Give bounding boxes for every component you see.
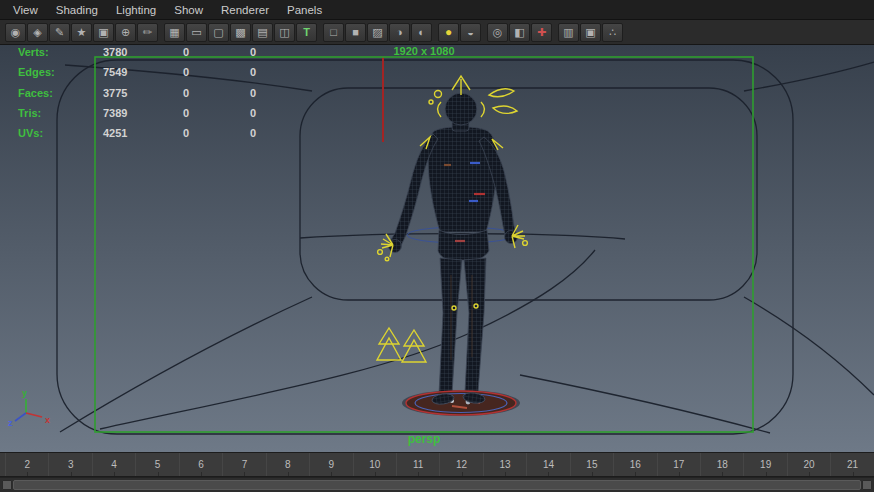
pan-zoom-icon[interactable]: ⊕ (115, 23, 136, 42)
hud-label-edges: Edges: (18, 66, 103, 86)
frame-label[interactable]: 6 (179, 453, 222, 476)
safe-action-icon[interactable]: ◫ (274, 23, 295, 42)
base-ring-control[interactable] (402, 390, 520, 416)
hud-value: 0 (250, 107, 290, 127)
time-slider[interactable]: 2 3 4 5 6 7 8 9 10 11 12 13 14 15 16 17 … (0, 452, 874, 477)
range-slider-bar[interactable] (13, 480, 861, 490)
lock-camera-icon[interactable]: ◈ (27, 23, 48, 42)
camera-tools-group: ◉ ◈ ✎ ★ ▣ ⊕ ✏ (5, 23, 158, 42)
frame-label[interactable]: 2 (5, 453, 48, 476)
panel-menu-bar: View Shading Lighting Show Renderer Pane… (0, 0, 874, 20)
frame-label[interactable]: 13 (483, 453, 526, 476)
gate-mask-icon[interactable]: ▩ (230, 23, 251, 42)
image-plane-icon[interactable]: ▣ (93, 23, 114, 42)
hud-value: 3780 (103, 46, 183, 66)
menu-renderer[interactable]: Renderer (212, 2, 278, 18)
smooth-shade-icon[interactable]: ■ (345, 23, 366, 42)
poly-count-hud: Verts: 3780 0 0 Edges: 7549 0 0 Faces: 3… (18, 46, 290, 147)
frame-label[interactable]: 10 (353, 453, 396, 476)
scene-assembly-icon[interactable]: ▣ (580, 23, 601, 42)
frame-label[interactable]: 5 (135, 453, 178, 476)
frame-label[interactable]: 18 (700, 453, 743, 476)
hud-value: 7389 (103, 107, 183, 127)
hud-value: 0 (250, 87, 290, 107)
safe-title-icon[interactable]: T (296, 23, 317, 42)
hud-value: 7549 (103, 66, 183, 86)
frame-label[interactable]: 20 (787, 453, 830, 476)
range-end-handle[interactable] (862, 480, 872, 490)
textured-icon[interactable]: ▨ (367, 23, 388, 42)
menu-show[interactable]: Show (165, 2, 212, 18)
hud-value: 0 (183, 87, 250, 107)
hud-value: 0 (183, 66, 250, 86)
exposure-icon[interactable]: ● (438, 23, 459, 42)
frame-label[interactable]: 11 (396, 453, 439, 476)
resolution-gate-icon[interactable]: ▢ (208, 23, 229, 42)
range-slider[interactable] (0, 478, 874, 492)
hud-label-verts: Verts: (18, 46, 103, 66)
hud-value: 0 (250, 66, 290, 86)
isolate-tools-group: ◎ ◧ ✚ (487, 23, 552, 42)
frame-label[interactable]: 7 (222, 453, 265, 476)
grid-icon[interactable]: ▦ (164, 23, 185, 42)
hud-value: 0 (183, 127, 250, 147)
frame-label[interactable]: 17 (657, 453, 700, 476)
hud-label-faces: Faces: (18, 87, 103, 107)
shading-tools-group: □ ■ ▨ ◑ ◐ (323, 23, 432, 42)
gamma-icon[interactable]: ◒ (460, 23, 481, 42)
hud-value: 0 (183, 107, 250, 127)
character-mesh[interactable] (389, 93, 521, 416)
frame-label[interactable]: 16 (613, 453, 656, 476)
frame-label[interactable]: 8 (266, 453, 309, 476)
panel-toolbar: ◉ ◈ ✎ ★ ▣ ⊕ ✏ ▦ ▭ ▢ ▩ ▤ ◫ T □ ■ ▨ ◑ ◐ ● … (0, 20, 874, 45)
field-chart-icon[interactable]: ▤ (252, 23, 273, 42)
axis-x-label: x (45, 415, 50, 425)
menu-panels[interactable]: Panels (278, 2, 331, 18)
frame-label[interactable]: 9 (309, 453, 352, 476)
frame-label[interactable]: 21 (830, 453, 873, 476)
wireframe-icon[interactable]: □ (323, 23, 344, 42)
xray-icon[interactable]: ◧ (509, 23, 530, 42)
hud-value: 0 (250, 46, 290, 66)
frame-label[interactable]: 19 (743, 453, 786, 476)
share-network-icon[interactable]: ∴ (602, 23, 623, 42)
lighting-icon[interactable]: ◑ (389, 23, 410, 42)
perspective-viewport[interactable]: y z x 1920 x 1080 Verts: 3780 0 0 Edges:… (0, 45, 874, 452)
joint-xray-icon[interactable]: ✚ (531, 23, 552, 42)
gate-tools-group: ▦ ▭ ▢ ▩ ▤ ◫ T (164, 23, 317, 42)
axis-gizmo[interactable]: y z x (8, 388, 50, 428)
grease-pencil-icon[interactable]: ✏ (137, 23, 158, 42)
frame-label[interactable]: 15 (570, 453, 613, 476)
hud-value: 3775 (103, 87, 183, 107)
hud-value: 4251 (103, 127, 183, 147)
range-start-handle[interactable] (2, 480, 12, 490)
camera-name-label: persp (95, 432, 753, 446)
frame-label[interactable]: 4 (92, 453, 135, 476)
shadows-icon[interactable]: ◐ (411, 23, 432, 42)
isolate-select-icon[interactable]: ◎ (487, 23, 508, 42)
hud-label-uvs: UVs: (18, 127, 103, 147)
exposure-tools-group: ● ◒ (438, 23, 481, 42)
film-gate-icon[interactable]: ▭ (186, 23, 207, 42)
plugin-icon[interactable]: ▥ (558, 23, 579, 42)
hud-label-tris: Tris: (18, 107, 103, 127)
frame-label[interactable]: 14 (526, 453, 569, 476)
menu-lighting[interactable]: Lighting (107, 2, 165, 18)
axis-y-label: y (22, 388, 27, 398)
axis-z-label: z (8, 418, 13, 428)
hud-value: 0 (183, 46, 250, 66)
frame-label[interactable]: 12 (439, 453, 482, 476)
select-camera-icon[interactable]: ◉ (5, 23, 26, 42)
misc-tools-group: ▥ ▣ ∴ (558, 23, 623, 42)
frame-label[interactable]: 3 (48, 453, 91, 476)
camera-attributes-icon[interactable]: ✎ (49, 23, 70, 42)
menu-view[interactable]: View (4, 2, 47, 18)
menu-shading[interactable]: Shading (47, 2, 107, 18)
bookmark-icon[interactable]: ★ (71, 23, 92, 42)
hud-value: 0 (250, 127, 290, 147)
